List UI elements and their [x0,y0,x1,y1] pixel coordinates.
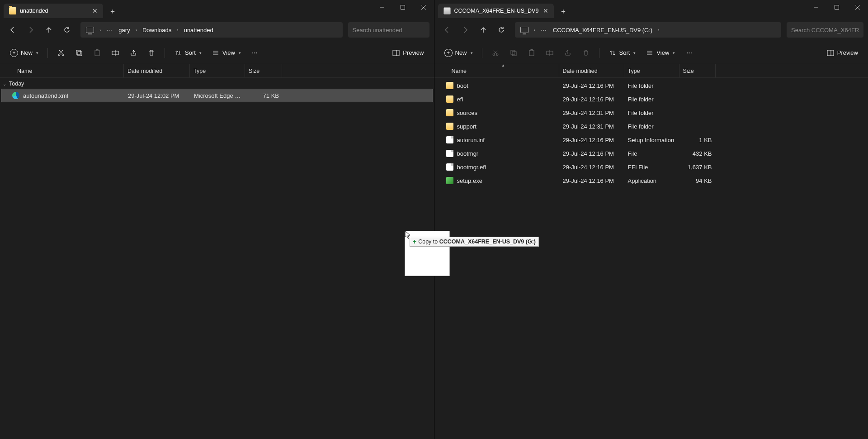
rename-icon [546,49,554,57]
col-size[interactable]: Size [679,64,716,77]
chevron-right-icon[interactable]: › [134,28,139,33]
minimize-button[interactable] [806,0,826,14]
file-type: EFI File [624,164,679,171]
svg-rect-23 [511,50,515,54]
svg-rect-32 [827,50,834,56]
rename-button[interactable] [542,46,557,60]
cut-icon [57,49,65,57]
new-tab-button[interactable]: ＋ [557,5,570,18]
plus-icon: + [413,238,416,245]
chevron-right-icon[interactable]: › [656,28,661,33]
sort-button[interactable]: Sort▾ [170,46,205,60]
svg-point-5 [62,54,64,56]
new-tab-button[interactable]: ＋ [106,5,119,18]
crumb-downloads[interactable]: Downloads [140,27,174,33]
back-button[interactable] [5,22,21,38]
col-name[interactable]: Name [448,64,559,77]
paste-button[interactable] [524,46,539,60]
file-row[interactable]: boot29-Jul-24 12:16 PMFile folder [434,79,868,92]
file-list-right[interactable]: boot29-Jul-24 12:16 PMFile folderefi29-J… [434,78,868,439]
close-tab-icon[interactable]: ✕ [542,7,549,14]
file-date: 29-Jul-24 12:31 PM [559,110,624,116]
svg-rect-6 [76,50,80,54]
crumb-drive[interactable]: CCCOMA_X64FRE_EN-US_DV9 (G:) [550,27,655,33]
chevron-right-icon[interactable]: › [532,28,537,33]
file-name: boot [457,82,468,89]
cut-button[interactable] [488,46,503,60]
file-row[interactable]: sources29-Jul-24 12:31 PMFile folder [434,106,868,119]
search-input[interactable]: Search CCCOMA_X64FR [787,22,863,38]
col-date[interactable]: Date modified [559,64,624,77]
close-tab-icon[interactable]: ✕ [91,7,99,14]
svg-point-21 [493,54,495,56]
copy-button[interactable] [506,46,521,60]
refresh-button[interactable] [59,22,75,38]
delete-button[interactable] [578,46,594,60]
file-row[interactable]: autorun.inf29-Jul-24 12:16 PMSetup Infor… [434,133,868,147]
maximize-button[interactable] [826,0,847,14]
sort-button[interactable]: Sort▾ [605,46,640,60]
share-button[interactable] [126,46,141,60]
crumb-gary[interactable]: gary [116,27,132,33]
minimize-button[interactable] [372,0,392,14]
delete-button[interactable] [144,46,159,60]
chevron-right-icon[interactable]: › [175,28,180,33]
close-window-button[interactable] [847,0,868,14]
view-icon [212,49,220,57]
new-button[interactable]: +New▾ [6,46,42,60]
group-today[interactable]: ⌄Today [0,79,434,89]
view-button[interactable]: View▾ [208,46,245,60]
crumb-unattended[interactable]: unattended [181,27,216,33]
preview-icon [826,49,835,57]
forward-button[interactable] [457,22,473,38]
explorer-window-right: CCCOMA_X64FRE_EN-US_DV9 ✕ ＋ › ⋯ CCCOMA_X… [434,0,868,439]
cut-button[interactable] [53,46,69,60]
up-button[interactable] [41,22,57,38]
view-button[interactable]: View▾ [642,46,679,60]
tab-unattended[interactable]: unattended ✕ [4,4,103,18]
file-name: efi [457,96,463,103]
address-bar[interactable]: › ⋯ gary › Downloads › unattended [80,22,343,38]
search-input[interactable]: Search unattended [348,22,429,38]
file-type: File folder [624,110,679,116]
file-date: 29-Jul-24 12:02 PM [124,92,190,99]
col-type[interactable]: Type [190,64,245,77]
copy-button[interactable] [71,46,87,60]
address-bar[interactable]: › ⋯ CCCOMA_X64FRE_EN-US_DV9 (G:) › [515,22,782,38]
paste-button[interactable] [90,46,105,60]
rename-button[interactable] [108,46,123,60]
doc-icon [446,136,453,143]
preview-button[interactable]: Preview [388,46,427,60]
search-placeholder: Search CCCOMA_X64FR [791,27,859,33]
file-row[interactable]: bootmgr29-Jul-24 12:16 PMFile432 KB [434,147,868,160]
refresh-button[interactable] [493,22,509,38]
share-button[interactable] [560,46,576,60]
file-row[interactable]: bootmgr.efi29-Jul-24 12:16 PMEFI File1,6… [434,160,868,174]
preview-button[interactable]: Preview [823,46,862,60]
navbar-right: › ⋯ CCCOMA_X64FRE_EN-US_DV9 (G:) › Searc… [434,18,868,42]
file-type: Microsoft Edge HT... [190,92,245,99]
col-type[interactable]: Type [624,64,679,77]
file-row[interactable]: autounattend.xml29-Jul-24 12:02 PMMicros… [1,89,433,102]
back-button[interactable] [439,22,455,38]
more-button[interactable]: ⋯ [681,46,697,60]
new-button[interactable]: +New▾ [441,46,476,60]
chevron-right-icon[interactable]: › [98,28,103,33]
forward-button[interactable] [23,22,39,38]
doc-icon [446,150,453,157]
file-row[interactable]: setup.exe29-Jul-24 12:16 PMApplication94… [434,174,868,187]
up-button[interactable] [475,22,491,38]
col-name[interactable]: Name [14,64,124,77]
sort-icon [609,49,617,57]
maximize-button[interactable] [392,0,413,14]
col-size[interactable]: Size [245,64,282,77]
paste-icon [528,49,536,57]
col-date[interactable]: Date modified [124,64,190,77]
tab-drive[interactable]: CCCOMA_X64FRE_EN-US_DV9 ✕ [438,4,554,18]
file-row[interactable]: efi29-Jul-24 12:16 PMFile folder [434,92,868,106]
more-button[interactable]: ⋯ [247,46,263,60]
file-row[interactable]: support29-Jul-24 12:31 PMFile folder [434,119,868,133]
file-list-left[interactable]: ⌄Today autounattend.xml29-Jul-24 12:02 P… [0,78,434,439]
close-window-button[interactable] [413,0,434,14]
file-date: 29-Jul-24 12:16 PM [559,177,624,184]
